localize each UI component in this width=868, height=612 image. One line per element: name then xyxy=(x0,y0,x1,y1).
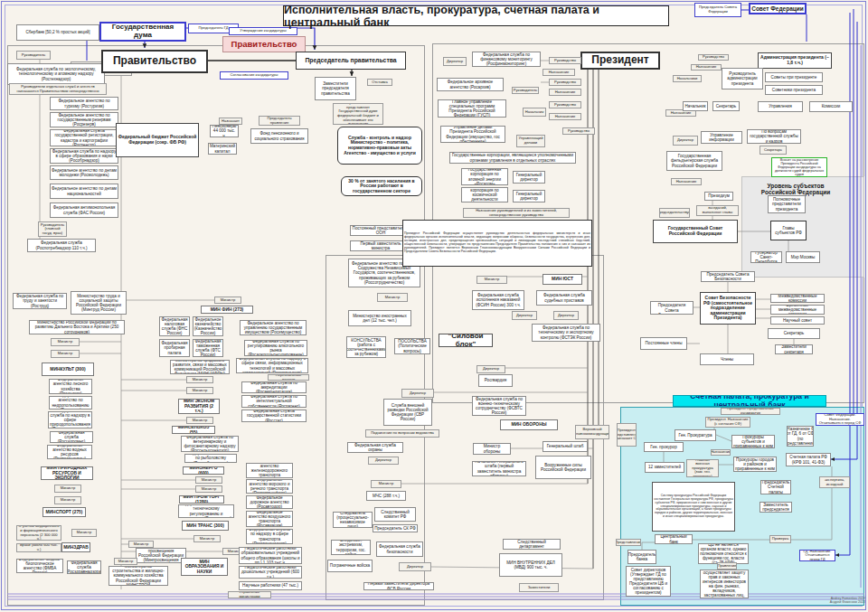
fas: Федеральная антимонопольная служба (ФАС … xyxy=(50,202,118,218)
predsedatel-banka: Председатель банка xyxy=(627,550,656,564)
goskorporatsii-note: Государственные корпорации, являющиеся у… xyxy=(449,152,576,164)
percent-note: 30 % от занятого населения в России рабо… xyxy=(341,176,422,196)
rosavtodor: Федеральное дорожное агентство (Росавтод… xyxy=(246,495,293,509)
rukovoditeli-note: Руководители отдельных служб и агентств … xyxy=(9,83,107,95)
fmba: Федеральное медико-биологическое агентст… xyxy=(16,559,63,573)
kaznacheystvo: Федеральное казначейство (Казначейство Р… xyxy=(193,316,223,336)
silovoy-blok-label: "Силовой блок" xyxy=(439,334,493,347)
prezident: Президент xyxy=(580,52,660,70)
direktor-tag1: Директор xyxy=(443,57,467,66)
naznachenie-tag3: Назначение xyxy=(549,113,581,120)
roszdravnadzor: Федеральная служба Росздравнадзора xyxy=(67,560,101,574)
gosduma: Государственная дума xyxy=(99,22,186,42)
administratsiya-prezidenta: Администрация президента (~ 1,8 т.ч.) xyxy=(758,52,832,69)
minpromtorg: МИН ПРОМ ТОРГ (1280) xyxy=(179,495,224,504)
rukovodstvo-tag4: Руководство xyxy=(562,127,595,135)
direktor-tag5: Директор xyxy=(476,365,505,373)
polnomochnye-predstaviteli: Полномочные представители президента xyxy=(768,195,806,213)
razrabatyvaet-note: Разрабатывает и представляет Государстве… xyxy=(333,103,383,125)
schetnaya-palata: Счетная палата РФ (КРФ 101, 41-ФЗ) xyxy=(786,453,831,466)
rosalkogolregulirovanie: Федеральная служба по регулированию алко… xyxy=(244,340,307,356)
vremennye-komissii: Временные межведомственные комиссии xyxy=(770,305,825,315)
povestka-note: Повестка для заседаний, выполняют главы … xyxy=(696,205,739,216)
rosstandart: Федеральное агентство по техническому ре… xyxy=(178,504,234,518)
glavny-vrach: Руководитель (главный госуд. врач) xyxy=(38,221,67,237)
postoyannye-chleny: Постоянные члены xyxy=(640,337,687,350)
gendirektor-rosatom: Генеральный директор xyxy=(513,171,545,184)
upravlenie-ministrami-tag: Управление министрами xyxy=(228,591,271,598)
pravlenie-tag: Правление xyxy=(717,562,737,570)
sf-naznachenie-tag: Совет Федерации. Назначение. Отчитываетс… xyxy=(816,413,864,426)
fns: Федеральная налоговая служба (ФНС России… xyxy=(159,316,190,336)
mvd: МИН ВНУТРЕННИХ ДЕЛ (МВД) 900 тыс. ч. xyxy=(499,553,562,577)
zam-predsedatelya-sovbeza: Заместитель Председателя Совета Безопасн… xyxy=(650,301,693,315)
upravlyayushchy-delami: Управляющий делами xyxy=(516,135,545,147)
mintrud: Министерство труда и социальной защиты Р… xyxy=(71,291,127,315)
direktor-tag7: Директор xyxy=(368,457,399,465)
proverka-tag: Проверка xyxy=(769,535,791,543)
zamestiteli-tag: Заместители xyxy=(519,583,559,592)
mchs: МЧС (288 т.ч.) xyxy=(366,491,406,501)
fsb: Федеральная служба безопасности xyxy=(376,541,423,557)
predsedatel-schetnoy-palaty: Председатель Счетной палаты xyxy=(760,480,791,494)
chleny: Члены xyxy=(700,353,754,365)
fso: Федеральная служба охраны xyxy=(347,442,403,453)
ministr-tag-n: Министр xyxy=(114,558,137,565)
naznachenie-tag7: Назначение xyxy=(671,178,702,185)
zamestiteli-sekretarya: Заместители секретаря xyxy=(775,344,813,354)
author-credit: Andrey Fomenkov 2022 Андрей Фоменков 202… xyxy=(816,597,865,604)
rosturizm: Федеральное агентство по туризму (Ростур… xyxy=(50,97,118,110)
ministr-tag-j: Министр xyxy=(195,476,222,484)
minprirody: МИН ПРИРОДНЫХ РЕСУРСОВ И ЭКОЛОГИИ xyxy=(41,466,93,480)
sledovatel-note: Следователь (процессуально-независимое л… xyxy=(333,512,373,528)
rosnedra: Федеральное агентство по недропользовани… xyxy=(49,396,92,410)
zamestiteli-12: 12 заместителей xyxy=(645,462,684,473)
verkhovny-glavnokomanduyushchy-tag: Верховный Главнокомандующий xyxy=(575,425,609,439)
mintsifry: Министерство цифрового развития, связи и… xyxy=(170,360,230,374)
prokurory-gorodov: Прокуроры городов и районов и приравненн… xyxy=(733,457,777,472)
cyan-header: Счетная палата, прокуратура и центральны… xyxy=(673,395,826,407)
sledstvie-note: Следствие, экстремизм, терроризм, гос. т… xyxy=(331,540,371,555)
naznachenie-tag2: Назначение xyxy=(549,89,581,96)
federalny-budzhet: Федеральный бюджет Российской Федерации … xyxy=(116,123,199,157)
rosprirodnadzor: Федеральная служба по надзору в сфере пр… xyxy=(48,411,92,428)
naznachenie-rukovoditeley-note: Назначение руководителей и их заместител… xyxy=(463,208,570,218)
predsedatel-soveta-federatsii: Председатель Совета Федерации xyxy=(694,3,741,17)
mer-moskvy: Мэр Москвы xyxy=(786,251,820,263)
sekretar-box: Секретарь xyxy=(712,101,740,111)
ministr-mid-tag: Министр xyxy=(377,293,408,302)
otstavka-tag: Отставка xyxy=(367,79,392,86)
gen-prokuror: Ген. прокурор xyxy=(644,442,684,452)
podchinenie-tag: Подчинение по вопросам ведомства xyxy=(365,429,439,438)
zam-predsedatelya-sp: Заместитель председателя xyxy=(760,502,792,513)
roszheldor: Федеральное агентство железнодорожного т… xyxy=(246,463,293,478)
voennaya-prokuratura: Главная военная прокуратура (зам. ген. п… xyxy=(686,459,719,477)
rosrezerv: Федеральное агентство по государственным… xyxy=(50,112,118,127)
minzdrav: МИНЗДРАВ xyxy=(61,542,90,552)
predsedatel-sovbeza: Председатель Совета Безопасности xyxy=(701,271,755,282)
rosimushchestvo: Федеральное агентство по управлению госу… xyxy=(240,320,307,335)
upravlenie-delami: Управление делами Президента Российской … xyxy=(440,126,505,143)
sovet-federatsii: Совет Федерации xyxy=(749,3,807,14)
ministr-tag-a: Министр xyxy=(51,338,80,346)
prezident-note: Президент Российской Федерации осуществл… xyxy=(402,220,592,267)
minekonomrazvitiya: МИН ЭКОНОМ РАЗВИТИЯ (2 т.ч.) xyxy=(178,399,220,414)
ministr-tag-e: Министр xyxy=(71,529,97,537)
sudi-note: Вносит на рассмотрение Президента Россий… xyxy=(771,157,827,177)
fsvts: Федеральная служба по военно-техническом… xyxy=(472,396,526,416)
minkult: МИНКУЛЬТ (300) xyxy=(42,362,94,376)
mid: Министерство иностранных дел (12 тыс. че… xyxy=(348,310,411,326)
fond-pensionnogo-strakhovaniya: Фонд пенсионного и социального страхован… xyxy=(250,128,308,144)
predsedatel-pravitelstva: Председатель правительства xyxy=(296,52,406,70)
ministr-tag-g: Министр xyxy=(186,376,213,383)
rosarhiv: Федеральное архивное агентство (Росархив… xyxy=(437,78,504,91)
rukovodstvo-tag1: Руководство xyxy=(549,57,581,64)
min-oborony: МИН ОБОРОНЫ xyxy=(500,419,558,430)
ministr-tag-k: Министр xyxy=(195,485,222,493)
sledstvenny-komitet: Следственный комитет РФ xyxy=(374,507,416,522)
rosgidromet: Федеральная служба (Росгидромет) xyxy=(50,431,93,443)
rospatent: Федеральная служба по интеллектуальной с… xyxy=(241,395,307,408)
auditory: Аудиторы. Назначение 6 от ГД, 6 от СФ (п… xyxy=(787,426,814,447)
gusp: Главное управление специальных программ … xyxy=(438,99,506,118)
rostrud: Федеральная служба по труду и занятости … xyxy=(13,293,67,309)
